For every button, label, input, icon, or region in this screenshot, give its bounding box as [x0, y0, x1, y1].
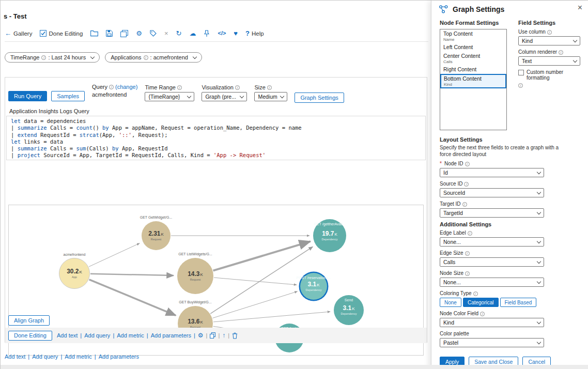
move-up-icon[interactable]: ↑: [222, 332, 225, 339]
coloring-option-none[interactable]: None: [440, 298, 461, 307]
graph-edge: [214, 278, 297, 285]
format-item-left-content[interactable]: Left Content: [440, 43, 506, 52]
favorite-heart-icon[interactable]: ♥: [234, 30, 238, 37]
add-parameters-link[interactable]: Add parameters: [99, 353, 139, 360]
layout-settings-heading: Layout Settings: [440, 136, 580, 143]
graph-node-reservations[interactable]: POST /reservations...3.1KDependency: [300, 273, 327, 300]
additional-settings-heading: Additional Settings: [440, 221, 580, 227]
add-parameters-link[interactable]: Add parameters: [151, 332, 191, 339]
graph-settings-panel: Graph Settings × Node Format Settings To…: [431, 1, 588, 369]
code-line: let links = data: [11, 139, 421, 145]
separator: |: [218, 332, 220, 339]
graph-node-getavail[interactable]: GET /gettherAvail...19.7KDependency: [313, 219, 346, 252]
coloring-type-label: Coloring Type: [440, 290, 472, 297]
chevron-down-icon: [537, 210, 541, 214]
node-id-select[interactable]: Id: [440, 168, 544, 177]
separator: |: [147, 332, 148, 339]
node-name: GET BuyWidget/G...: [179, 300, 211, 304]
format-item-top-content[interactable]: Top Content Name: [440, 29, 506, 43]
panel-body: Node Format Settings Top Content Name Le…: [431, 16, 588, 347]
workbook-add-links: Add text | Add query | Add metric | Add …: [5, 353, 139, 360]
node-value: 13.6K: [188, 318, 203, 326]
add-query-link[interactable]: Add query: [32, 353, 58, 360]
code-line: | summarize Calls = count() by App = app…: [11, 125, 421, 131]
applications-pill[interactable]: Applications : acmefrontend: [105, 52, 202, 63]
graph-node-send[interactable]: Send3.1KDependency: [334, 295, 364, 325]
size-select[interactable]: Medium: [254, 92, 287, 101]
graph-node-getwidget[interactable]: GET GetWidget/G...2.31KRequest: [142, 221, 171, 250]
info-icon: [547, 30, 552, 35]
align-graph-button[interactable]: Align Graph: [8, 315, 50, 326]
run-query-button[interactable]: Run Query: [8, 91, 47, 101]
panel-title: Graph Settings: [453, 5, 504, 13]
add-metric-link[interactable]: Add metric: [117, 332, 144, 339]
graph-settings-button[interactable]: Graph Settings: [295, 93, 344, 103]
chevron-down-icon: [187, 94, 191, 98]
save-icon[interactable]: [106, 30, 113, 37]
separator: |: [194, 332, 195, 339]
delete-step-icon[interactable]: [232, 332, 238, 339]
pin-icon[interactable]: [204, 30, 210, 37]
required-asterisk: [440, 161, 443, 167]
gallery-button[interactable]: ← Gallery: [5, 30, 32, 37]
color-palette-select[interactable]: Pastel: [440, 338, 544, 347]
samples-button[interactable]: Samples: [51, 91, 85, 101]
graph-node-app[interactable]: acmefrontend30.2KApp: [59, 258, 90, 289]
node-value: 3.1K: [307, 281, 319, 288]
info-icon: [465, 251, 470, 256]
edge-size-select[interactable]: Calls: [440, 257, 544, 267]
code-line: | summarize Calls = sum(Calls) by App, R…: [11, 145, 421, 152]
timerange-pill[interactable]: TimeRange : Last 24 hours: [5, 52, 100, 63]
chevron-down-icon: [537, 340, 541, 344]
node-size-select[interactable]: None...: [440, 278, 544, 287]
source-id-label: Source ID: [440, 181, 462, 187]
panel-close-icon[interactable]: ×: [578, 3, 582, 12]
use-column-label: Use column: [518, 29, 546, 35]
query-step: Run Query Samples Query (change) acmefro…: [5, 77, 427, 343]
add-text-link[interactable]: Add text: [57, 332, 78, 339]
info-icon: [468, 231, 472, 236]
chevron-down-icon: [537, 170, 541, 174]
query-label: Query: [92, 84, 107, 90]
step-settings-gear-icon[interactable]: ⚙: [198, 332, 204, 339]
code-icon[interactable]: </>: [218, 30, 226, 37]
graph-edge: [89, 243, 140, 267]
pill-label: Applications: [111, 54, 141, 60]
change-query-link[interactable]: (change): [115, 84, 137, 90]
add-metric-link[interactable]: Add metric: [65, 353, 92, 360]
coloring-option-field-based[interactable]: Field Based: [500, 298, 537, 307]
column-renderer-select[interactable]: Text: [518, 56, 580, 66]
chevron-down-icon: [537, 279, 541, 283]
clone-step-icon[interactable]: [210, 332, 215, 339]
custom-number-checkbox[interactable]: [518, 70, 524, 75]
folder-icon[interactable]: [90, 30, 98, 37]
edge-size-label: Edge Size: [440, 250, 463, 256]
close-x-icon[interactable]: ×: [164, 30, 168, 37]
target-id-select[interactable]: TargetId: [440, 208, 544, 218]
save-all-icon[interactable]: [120, 30, 128, 37]
query-toolbar: Run Query Samples Query (change) acmefro…: [5, 78, 427, 103]
tag-icon[interactable]: [150, 30, 157, 37]
help-button[interactable]: ? Help: [245, 30, 264, 37]
visualization-select[interactable]: Graph (pre...: [202, 92, 247, 101]
coloring-option-categorical[interactable]: Categorical: [463, 298, 499, 307]
bottom-strip: [1, 365, 588, 369]
format-item-right-content[interactable]: Right Content: [440, 65, 506, 74]
node-color-field-select[interactable]: Kind: [440, 318, 544, 327]
time-range-select[interactable]: {TimeRange}: [145, 92, 194, 101]
done-editing-step-button[interactable]: Done Editing: [8, 331, 52, 341]
done-editing-button[interactable]: Done Editing: [40, 30, 83, 37]
format-item-center-content[interactable]: Center Content Calls: [440, 52, 506, 65]
add-query-link[interactable]: Add query: [84, 332, 110, 339]
use-column-select[interactable]: Kind: [518, 36, 580, 45]
settings-gear-icon[interactable]: ⚙: [136, 30, 142, 37]
cloud-icon[interactable]: ☁: [189, 30, 196, 37]
source-id-select[interactable]: SourceId: [440, 188, 544, 197]
format-item-bottom-content[interactable]: Bottom Content Kind: [440, 74, 506, 88]
node-kind: Dependency: [341, 312, 357, 316]
add-text-link[interactable]: Add text: [5, 353, 25, 360]
query-code-editor[interactable]: let data = dependencies | summarize Call…: [6, 116, 426, 160]
edge-label-select[interactable]: None...: [440, 237, 544, 247]
graph-node-listwidgets[interactable]: GET ListWidgets/G...14.3KRequest: [177, 258, 213, 294]
refresh-icon[interactable]: ↻: [176, 30, 182, 37]
